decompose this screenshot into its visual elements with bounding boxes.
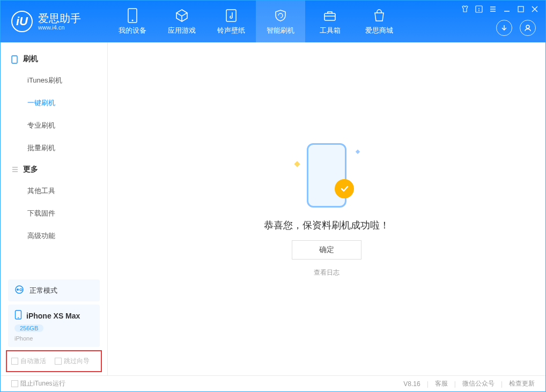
device-card[interactable]: iPhone XS Max 256GB iPhone <box>8 305 100 347</box>
list-small-icon <box>11 166 19 173</box>
window-controls <box>461 5 539 13</box>
phone-illustration-icon <box>307 143 346 208</box>
cb-label: 跳过向导 <box>64 357 90 365</box>
sidebar-bottom: 正常模式 iPhone XS Max 256GB iPhone 自动激活 跳过向… <box>1 276 107 375</box>
sidebar-item-firmware[interactable]: 下载固件 <box>1 202 107 225</box>
logo-icon: iU <box>11 11 33 32</box>
update-link[interactable]: 检查更新 <box>509 379 535 388</box>
sidebar-item-batch[interactable]: 批量刷机 <box>1 137 107 159</box>
sidebar-item-itunes[interactable]: iTunes刷机 <box>1 69 107 92</box>
sparkle-icon <box>356 150 360 154</box>
download-button[interactable] <box>496 20 512 36</box>
main-content: 恭喜您，保资料刷机成功啦！ 确定 查看日志 <box>108 42 545 375</box>
side-nav: 刷机 iTunes刷机 一键刷机 专业刷机 批量刷机 更多 其他工具 下载固件 … <box>1 42 107 276</box>
logo-area: iU 爱思助手 www.i4.cn <box>1 11 108 32</box>
block-itunes-checkbox[interactable]: 阻止iTunes运行 <box>11 379 65 388</box>
app-header: iU 爱思助手 www.i4.cn 我的设备 应用游戏 铃声壁纸 智能刷机 工具… <box>1 1 545 42</box>
tab-label: 应用游戏 <box>168 26 196 35</box>
music-file-icon <box>224 8 239 23</box>
sidebar-item-pro[interactable]: 专业刷机 <box>1 114 107 137</box>
tab-label: 我的设备 <box>119 26 146 35</box>
tab-ringtone[interactable]: 铃声壁纸 <box>206 1 256 42</box>
success-message: 恭喜您，保资料刷机成功啦！ <box>264 219 389 232</box>
header-actions <box>496 20 536 36</box>
cb-label: 自动激活 <box>20 357 46 365</box>
group-title: 更多 <box>23 165 38 174</box>
tab-label: 爱思商城 <box>365 26 393 35</box>
sidebar-group-flash: 刷机 <box>1 49 107 69</box>
sidebar-item-other[interactable]: 其他工具 <box>1 180 107 202</box>
tab-apps[interactable]: 应用游戏 <box>157 1 206 42</box>
separator: | <box>427 380 429 388</box>
sidebar-item-advanced[interactable]: 高级功能 <box>1 225 107 247</box>
wechat-link[interactable]: 微信公众号 <box>462 379 495 388</box>
menu-icon[interactable] <box>489 5 497 13</box>
svg-point-5 <box>478 8 479 9</box>
separator: | <box>501 380 503 388</box>
refresh-shield-icon <box>273 8 288 23</box>
main-tabs: 我的设备 应用游戏 铃声壁纸 智能刷机 工具箱 爱思商城 <box>108 1 404 42</box>
mode-icon <box>14 285 24 296</box>
svg-rect-3 <box>324 13 335 20</box>
close-icon[interactable] <box>530 5 539 13</box>
svg-point-1 <box>132 19 134 21</box>
device-type: iPhone <box>14 335 33 342</box>
mode-label: 正常模式 <box>29 286 57 295</box>
tab-label: 工具箱 <box>320 26 341 35</box>
version-label: V8.16 <box>403 380 420 388</box>
cube-icon <box>174 8 189 23</box>
app-url: www.i4.cn <box>38 24 81 31</box>
svg-point-12 <box>20 289 22 291</box>
separator: | <box>454 380 456 388</box>
footer-left: 阻止iTunes运行 <box>11 379 403 388</box>
minimize-icon[interactable] <box>503 5 511 13</box>
mode-card[interactable]: 正常模式 <box>8 279 100 301</box>
tab-toolbox[interactable]: 工具箱 <box>305 1 355 42</box>
tab-store[interactable]: 爱思商城 <box>355 1 404 42</box>
bag-icon <box>372 8 387 23</box>
svg-rect-6 <box>478 10 479 11</box>
tab-label: 智能刷机 <box>267 26 294 35</box>
feedback-icon[interactable] <box>475 5 483 13</box>
logo-text: 爱思助手 www.i4.cn <box>38 12 81 31</box>
sidebar: 刷机 iTunes刷机 一键刷机 专业刷机 批量刷机 更多 其他工具 下载固件 … <box>1 42 108 375</box>
maximize-icon[interactable] <box>517 5 525 13</box>
svg-rect-7 <box>518 6 523 12</box>
user-button[interactable] <box>520 20 536 36</box>
auto-activate-checkbox[interactable]: 自动激活 <box>11 357 46 366</box>
svg-rect-2 <box>226 10 236 21</box>
tab-flash[interactable]: 智能刷机 <box>256 1 305 42</box>
view-log-link[interactable]: 查看日志 <box>314 268 340 277</box>
footer-right: V8.16 | 客服 | 微信公众号 | 检查更新 <box>403 379 535 388</box>
svg-point-11 <box>17 289 19 291</box>
device-name-row: iPhone XS Max <box>14 310 80 321</box>
svg-point-8 <box>526 25 529 28</box>
skip-guide-checkbox[interactable]: 跳过向导 <box>55 357 90 366</box>
body: 刷机 iTunes刷机 一键刷机 专业刷机 批量刷机 更多 其他工具 下载固件 … <box>1 42 545 375</box>
sidebar-item-oneclick[interactable]: 一键刷机 <box>1 92 107 114</box>
storage-badge: 256GB <box>14 324 43 332</box>
options-row: 自动激活 跳过向导 <box>6 350 102 372</box>
ok-button[interactable]: 确定 <box>292 240 361 260</box>
svg-rect-9 <box>12 56 17 63</box>
tab-label: 铃声壁纸 <box>217 26 245 35</box>
tshirt-icon[interactable] <box>461 5 469 13</box>
phone-icon <box>125 8 140 23</box>
phone-small-icon <box>14 310 22 321</box>
check-circle-icon <box>335 179 354 198</box>
toolbox-icon <box>322 8 337 23</box>
group-title: 刷机 <box>23 54 38 64</box>
app-name: 爱思助手 <box>38 12 81 24</box>
cb-label: 阻止iTunes运行 <box>20 380 65 387</box>
device-small-icon <box>11 55 19 63</box>
footer: 阻止iTunes运行 V8.16 | 客服 | 微信公众号 | 检查更新 <box>1 375 545 391</box>
svg-point-14 <box>18 317 19 319</box>
tab-my-device[interactable]: 我的设备 <box>108 1 157 42</box>
success-illustration <box>292 140 361 210</box>
support-link[interactable]: 客服 <box>435 379 448 388</box>
sidebar-group-more: 更多 <box>1 159 107 180</box>
device-name: iPhone XS Max <box>26 312 80 320</box>
sparkle-icon <box>294 161 300 167</box>
